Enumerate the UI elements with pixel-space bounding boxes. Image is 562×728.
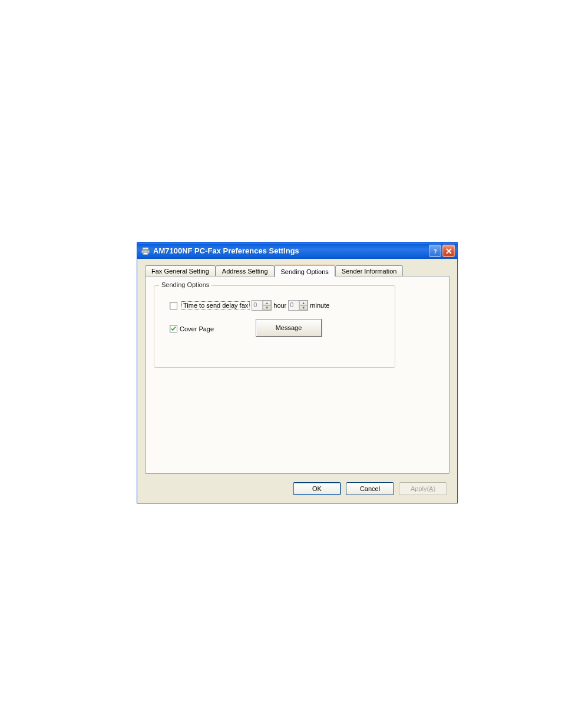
- sending-options-group: Sending Options Time to send delay fax 0…: [154, 285, 395, 368]
- tab-address-setting[interactable]: Address Setting: [216, 265, 275, 276]
- cancel-button[interactable]: Cancel: [346, 482, 394, 495]
- hour-value: 0: [252, 301, 263, 310]
- delay-fax-checkbox[interactable]: [170, 302, 177, 309]
- tab-sending-options[interactable]: Sending Options: [275, 265, 335, 277]
- preferences-dialog: AM7100NF PC-Fax Preferences Settings ? F…: [137, 242, 458, 503]
- client-area: Fax General Setting Address Setting Send…: [139, 259, 455, 501]
- help-button[interactable]: ?: [429, 245, 441, 257]
- titlebar: AM7100NF PC-Fax Preferences Settings ?: [137, 243, 457, 259]
- hour-down[interactable]: ▼: [263, 305, 271, 310]
- tab-strip: Fax General Setting Address Setting Send…: [145, 264, 449, 276]
- svg-text:?: ?: [434, 248, 437, 255]
- minute-value: 0: [289, 301, 299, 310]
- message-button[interactable]: Message: [256, 319, 322, 337]
- close-button[interactable]: [442, 245, 455, 257]
- apply-button: Apply(A): [399, 482, 447, 495]
- group-legend: Sending Options: [159, 281, 211, 288]
- tab-sender-information[interactable]: Sender Information: [335, 265, 404, 276]
- delay-fax-label: Time to send delay fax: [181, 301, 250, 309]
- cover-page-label: Cover Page: [180, 325, 214, 332]
- svg-rect-0: [143, 248, 148, 250]
- minute-up[interactable]: ▲: [299, 301, 308, 305]
- hour-label: hour: [273, 302, 286, 309]
- cover-page-checkbox[interactable]: [170, 325, 177, 332]
- cover-row: Cover Page: [170, 325, 214, 332]
- minute-down[interactable]: ▼: [299, 305, 308, 310]
- minute-spinner[interactable]: 0 ▲ ▼: [288, 300, 308, 311]
- hour-spinner[interactable]: 0 ▲ ▼: [252, 300, 272, 311]
- hour-up[interactable]: ▲: [263, 301, 271, 305]
- minute-label: minute: [310, 302, 329, 309]
- printer-icon: [141, 246, 150, 256]
- window-title: AM7100NF PC-Fax Preferences Settings: [153, 246, 429, 255]
- ok-button[interactable]: OK: [293, 482, 341, 495]
- dialog-buttons: OK Cancel Apply(A): [293, 482, 447, 495]
- tab-panel: Sending Options Time to send delay fax 0…: [145, 276, 449, 474]
- tab-fax-general-setting[interactable]: Fax General Setting: [145, 265, 216, 276]
- svg-rect-2: [143, 252, 148, 255]
- svg-point-3: [147, 251, 148, 252]
- delay-row: Time to send delay fax 0 ▲ ▼ hour 0 ▲: [170, 300, 329, 311]
